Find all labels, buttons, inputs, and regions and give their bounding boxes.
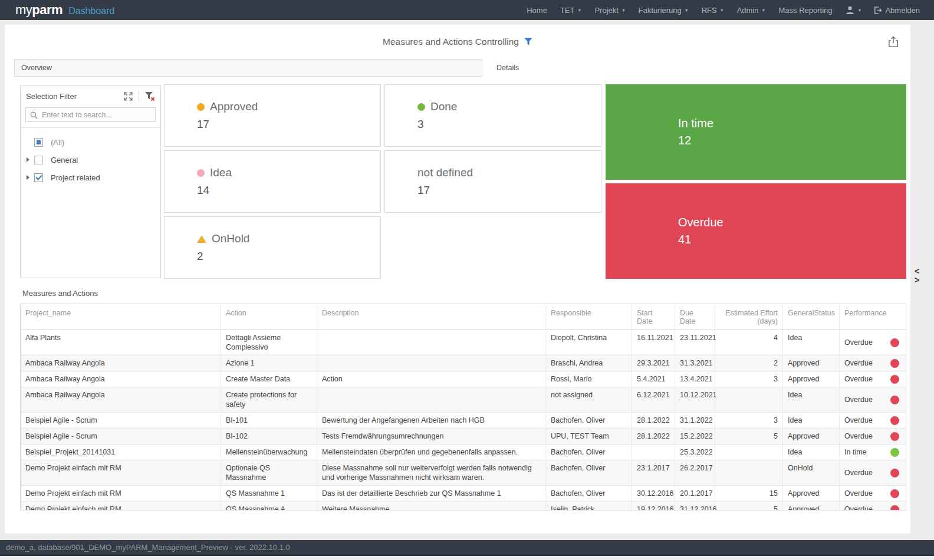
tree-item-all[interactable]: (All) [21,133,160,151]
export-share-icon[interactable] [887,35,900,48]
nav-item-admin[interactable]: Admin▼ [731,0,772,20]
cell-action: Azione 1 [221,355,317,371]
cell-description [317,387,546,412]
column-header-start-date[interactable]: Start Date [632,304,675,330]
expand-panel-icon[interactable] [123,91,133,101]
status-card-value: 17 [197,118,380,131]
table-row[interactable]: Beispiel Agile - ScrumBI-102Tests Fremdw… [21,429,906,444]
table-row[interactable]: Ambaca Railway AngolaCreate protections … [21,387,906,413]
cell-description: Tests Fremdwährungsumrechnungen [317,429,546,444]
cell-project-name: Beispiel_Projekt_20141031 [21,444,221,460]
table-row[interactable]: Demo Projekt einfach mit RMQS Massnahme … [21,486,906,502]
tree-item-project-related[interactable]: Project related [21,169,160,186]
table-row[interactable]: Beispiel Agile - ScrumBI-101Bewertung de… [21,413,906,429]
cell-start-date: 19.12.2016 [632,502,675,510]
performance-label: Overdue [844,431,873,441]
logout-button[interactable]: Abmelden [867,6,926,15]
expander-icon[interactable] [27,175,29,180]
status-card-label: Done [430,100,457,113]
performance-dot-icon [890,505,899,511]
column-header-performance[interactable]: Performance [840,304,906,330]
chevron-right-icon[interactable]: > [915,276,919,285]
table-row[interactable]: Beispiel_Projekt_20141031Meilensteinüber… [21,444,906,460]
cell-performance: Overdue [840,371,906,387]
column-header-project-name[interactable]: Project_name [21,304,221,330]
table-row[interactable]: Alfa PlantsDettagli Assieme ComplessivoD… [21,330,906,355]
nav-item-rfs[interactable]: RFS▼ [695,0,731,20]
nav-item-projekt[interactable]: Projekt▼ [588,0,632,20]
tab-overview[interactable]: Overview [14,59,482,77]
search-input[interactable] [25,107,156,122]
status-bar-text: demo_a, database/901_DEMO_myPARM_Managem… [6,543,290,552]
cell-responsible: Iselin, Patrick [546,502,632,510]
card-label-row: OnHold [197,232,380,245]
column-header-description[interactable]: Description [317,304,546,330]
cell-responsible: Diepolt, Christina [546,330,632,355]
checkbox-checked[interactable] [34,173,43,182]
cell-estimated-effort: 2 [715,355,783,371]
user-menu-button[interactable]: ▼ [839,0,868,20]
cell-start-date: 29.3.2021 [632,355,675,371]
nav-item-fakturierung[interactable]: Fakturierung▼ [632,0,695,20]
cell-description: Bewertung der Angefangenen Arbeiten nach… [317,413,546,428]
table-row[interactable]: Demo Projekt einfach mit RMQS Massnahme … [21,502,906,510]
cell-project-name: Ambaca Railway Angola [21,355,221,371]
cell-estimated-effort: 5 [715,429,783,444]
status-bar: demo_a, database/901_DEMO_myPARM_Managem… [0,540,934,556]
cell-responsible: UPU, TEST Team [546,429,632,444]
cell-description [317,355,546,371]
nav-item-home[interactable]: Home [520,0,554,20]
status-card-value: 3 [417,118,601,131]
side-panel-toggle[interactable]: < > [915,267,919,285]
cell-start-date: 30.12.2016 [632,486,675,501]
column-header-due-date[interactable]: Due Date [675,304,715,330]
performance-label: Overdue [844,338,873,347]
cell-action: BI-102 [221,429,317,444]
column-header-action[interactable]: Action [221,304,317,330]
app-logo[interactable]: myparm Dashboard [15,2,114,18]
performance-cards: In time12Overdue41 [606,84,906,279]
cell-due-date: 20.1.2017 [675,486,715,501]
cell-due-date: 31.1.2022 [675,413,715,428]
clear-filter-icon[interactable] [144,91,155,101]
table-row[interactable]: Ambaca Railway AngolaAzione 1Braschi, An… [21,355,906,371]
checkbox-indeterminate[interactable] [34,138,43,147]
status-card-value: 2 [197,250,380,263]
chevron-down-icon: ▼ [621,8,626,12]
performance-label: Overdue [844,374,873,384]
column-header-generalstatus[interactable]: GeneralStatus [783,304,840,330]
nav-item-tet[interactable]: TET▼ [554,0,588,20]
cell-performance: Overdue [840,502,906,510]
nav-item-label: Projekt [594,6,618,15]
search-icon [30,111,38,121]
measures-table: Project_nameActionDescriptionResponsible… [20,304,906,510]
chevron-left-icon[interactable]: < [915,267,919,276]
page-title: Measures and Actions Controlling [383,37,519,47]
nav-item-mass-reporting[interactable]: Mass Reporting [772,0,838,20]
user-icon [845,5,855,15]
performance-label: Overdue [844,505,873,510]
column-header-estimated-effort-days[interactable]: Estimated Effort (days) [715,304,783,330]
performance-dot-icon [890,432,899,441]
cell-general-status: Approved [783,502,840,510]
expander-icon[interactable] [27,157,29,162]
status-card-label: not defined [417,166,473,179]
title-filter-icon[interactable] [524,37,532,48]
chevron-down-icon: ▼ [685,8,689,12]
cell-due-date: 13.4.2021 [675,371,715,387]
card-label-row: Done [417,100,601,113]
checkbox-unchecked[interactable] [34,156,43,164]
cell-performance: Overdue [840,413,906,428]
card-label-row: not defined [417,166,601,179]
performance-dot-icon [890,396,899,404]
tab-details[interactable]: Details [492,59,524,77]
status-dot-icon [417,103,425,111]
table-row[interactable]: Demo Projekt einfach mit RMOptionale QS … [21,460,906,486]
performance-card-label: In time [678,117,906,130]
performance-dot-icon [890,416,899,425]
column-header-responsible[interactable]: Responsible [546,304,632,330]
tree-item-general[interactable]: General [21,151,160,169]
table-row[interactable]: Ambaca Railway AngolaCreate Master DataA… [21,371,906,387]
cell-due-date: 31.3.2021 [675,355,715,371]
cell-action: Optionale QS Massnahme [221,460,317,485]
